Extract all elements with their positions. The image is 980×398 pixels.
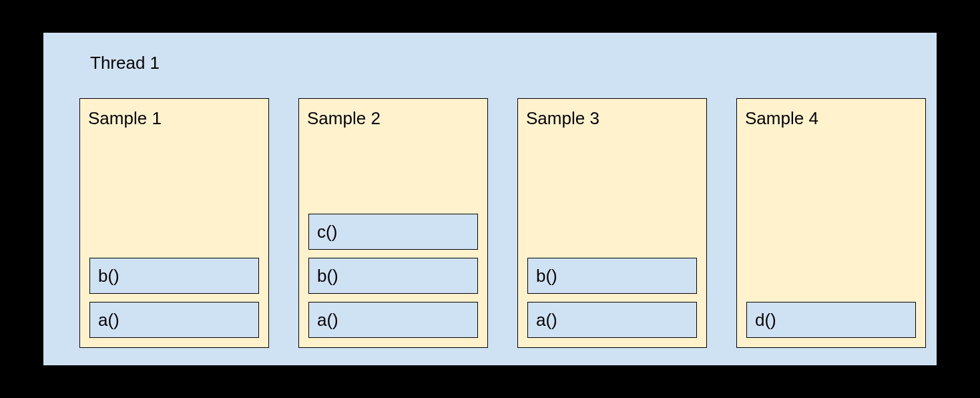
- stack-frame: a(): [89, 302, 259, 338]
- stack-frame: a(): [308, 302, 478, 338]
- thread-title: Thread 1: [90, 53, 160, 73]
- stack-frame: a(): [527, 302, 697, 338]
- sample-box: Sample 1 a() b(): [79, 98, 269, 348]
- sample-title: Sample 2: [307, 108, 381, 129]
- sample-box: Sample 3 a() b(): [517, 98, 707, 348]
- sample-title: Sample 3: [526, 108, 599, 129]
- sample-title: Sample 1: [88, 108, 162, 129]
- sample-box: Sample 2 a() b() c(): [298, 98, 488, 348]
- stack-frame: b(): [527, 258, 697, 294]
- sample-box: Sample 4 d(): [736, 98, 926, 348]
- sample-title: Sample 4: [745, 108, 818, 129]
- stack-frame: b(): [308, 258, 478, 294]
- stack-frame: d(): [746, 302, 916, 338]
- thread-box: Thread 1 Sample 1 a() b() Sample 2 a() b…: [43, 32, 937, 366]
- stack-frame: c(): [308, 214, 478, 250]
- stack-frame: b(): [89, 258, 259, 294]
